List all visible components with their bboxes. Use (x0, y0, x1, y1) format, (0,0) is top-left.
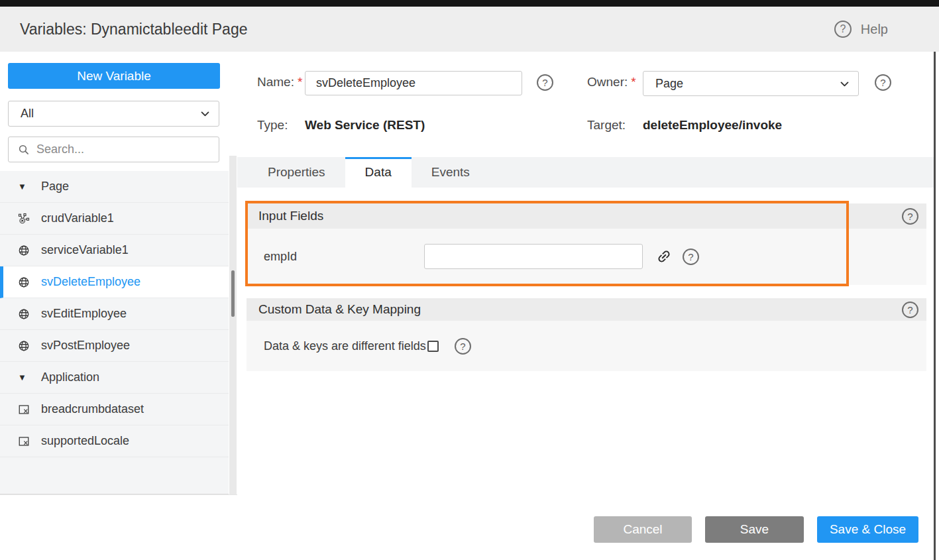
input-fields-header: Input Fields ? (247, 203, 926, 229)
globe-icon (18, 308, 32, 320)
name-input[interactable] (305, 71, 522, 95)
different-fields-help-icon[interactable]: ? (455, 338, 471, 355)
custom-data-section: Custom Data & Key Mapping ? Data & keys … (247, 298, 926, 371)
help-button[interactable]: ? Help (834, 7, 888, 52)
owner-select[interactable]: Page (643, 71, 859, 96)
dataset-icon (18, 435, 32, 447)
variable-search-box (8, 137, 219, 162)
search-icon (18, 144, 30, 156)
search-input[interactable] (36, 142, 212, 156)
name-label: Name:* (257, 75, 302, 89)
chevron-down-icon (839, 78, 850, 89)
globe-icon (18, 340, 32, 352)
background-app-strip (0, 0, 939, 7)
custom-data-body: Data & keys are different fields ? (247, 321, 926, 371)
chevron-down-icon: ▼ (18, 372, 32, 382)
sidebar-item-svdeleteemployee[interactable]: svDeleteEmployee (0, 266, 229, 298)
different-fields-label: Data & keys are different fields (264, 339, 426, 353)
tab-events[interactable]: Events (412, 157, 490, 188)
dataset-icon (18, 404, 32, 416)
detail-tabbar: Properties Data Events (237, 157, 934, 188)
type-label: Type: (257, 118, 288, 133)
new-variable-button[interactable]: New Variable (8, 63, 220, 89)
tab-data[interactable]: Data (345, 157, 412, 188)
sidebar-group-page[interactable]: ▼ Page (0, 171, 229, 203)
chevron-down-icon (199, 108, 211, 119)
globe-icon (18, 245, 32, 256)
custom-data-help-icon[interactable]: ? (902, 302, 918, 318)
sidebar-item-crudvariable1[interactable]: crudVariable1 (0, 203, 229, 235)
input-fields-title: Input Fields (258, 209, 902, 223)
filter-selected-value: All (21, 107, 199, 121)
required-asterisk: * (631, 75, 635, 89)
input-fields-help-icon[interactable]: ? (902, 208, 918, 225)
target-value: deleteEmployee/invoke (643, 118, 782, 133)
help-label: Help (861, 22, 888, 37)
tab-properties[interactable]: Properties (248, 157, 345, 188)
input-fields-body: empId ? (247, 229, 926, 285)
owner-label: Owner:* (587, 75, 636, 89)
empid-input[interactable] (424, 244, 643, 269)
sidebar-item-breadcrumbdataset[interactable]: breadcrumbdataset (0, 394, 229, 425)
empid-label: empId (264, 229, 297, 285)
sidebar-item-sveditemployee[interactable]: svEditEmployee (0, 298, 229, 330)
sidebar-item-servicevariable1[interactable]: serviceVariable1 (0, 235, 229, 266)
bind-link-button[interactable] (656, 249, 672, 264)
cancel-button[interactable]: Cancel (594, 516, 692, 543)
input-fields-section: Input Fields ? empId ? (247, 203, 926, 285)
sidebar-item-svpostemployee[interactable]: svPostEmployee (0, 330, 229, 362)
name-help-icon[interactable]: ? (537, 74, 553, 91)
custom-data-title: Custom Data & Key Mapping (258, 302, 902, 317)
required-asterisk: * (298, 75, 302, 89)
owner-help-icon[interactable]: ? (875, 74, 891, 91)
dialog-header: Variables: Dynamictableedit Page ? Help (0, 7, 939, 52)
crud-variable-icon (18, 213, 32, 225)
different-fields-checkbox[interactable] (427, 341, 439, 352)
custom-data-header: Custom Data & Key Mapping ? (247, 298, 926, 321)
sidebar-group-application[interactable]: ▼ Application (0, 362, 229, 394)
sidebar-scrollbar-thumb[interactable] (231, 270, 235, 317)
main-scrollbar-thumb[interactable] (934, 52, 936, 560)
variable-list: ▼ Page crudVariable1 serviceVariable1 sv… (0, 171, 229, 494)
page-title: Variables: Dynamictableedit Page (20, 7, 247, 52)
empid-help-icon[interactable]: ? (683, 249, 699, 265)
sidebar-item-supportedlocale[interactable]: supportedLocale (0, 425, 229, 457)
link-icon (653, 245, 675, 268)
globe-icon (18, 276, 32, 288)
save-button[interactable]: Save (705, 516, 804, 543)
dialog-footer: Cancel Save Save & Close (594, 516, 918, 543)
save-and-close-button[interactable]: Save & Close (817, 516, 918, 543)
type-value: Web Service (REST) (305, 118, 425, 133)
chevron-down-icon: ▼ (18, 182, 32, 192)
help-icon: ? (834, 21, 852, 38)
owner-selected-value: Page (655, 77, 839, 91)
variable-filter-select[interactable]: All (8, 101, 219, 127)
sidebar-scrollbar-track (229, 156, 237, 494)
variables-sidebar: New Variable All ▼ Page crudVariable1 se… (0, 52, 229, 560)
target-label: Target: (587, 118, 626, 133)
variable-detail-panel: Name:* ? Owner:* Page ? Type: Web Servic… (237, 52, 939, 560)
